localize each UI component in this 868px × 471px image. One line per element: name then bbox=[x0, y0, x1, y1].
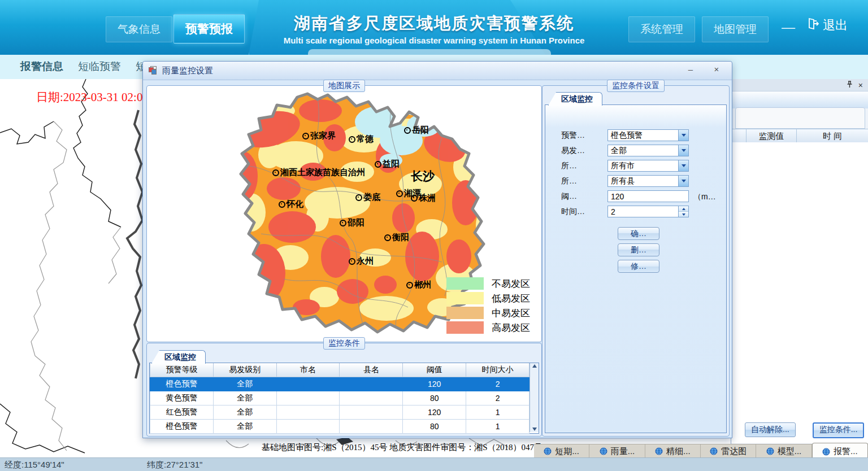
table-cell: 全部 bbox=[213, 391, 276, 405]
monitor-table-wrap: 预警等级易发级别市名县名阈值时间大小橙色预警全部1202黄色预警全部802红色预… bbox=[149, 363, 539, 434]
field-label: 时间… bbox=[561, 207, 585, 217]
spinner-down-icon[interactable] bbox=[679, 212, 688, 217]
legend-swatch bbox=[446, 292, 484, 304]
dropdown-field[interactable]: 橙色预警 bbox=[607, 129, 689, 141]
confirm-button[interactable]: 确… bbox=[618, 227, 659, 240]
settings-form: 预警…橙色预警易发…全部所…所有市所…所有县阈…120（m…时间…2确…删…修… bbox=[545, 104, 727, 433]
form-row: 阈…120（m… bbox=[545, 190, 726, 203]
dialog-minimize-button[interactable]: – bbox=[684, 65, 697, 75]
table-header-row: 预警等级易发级别市名县名阈值时间大小 bbox=[150, 363, 530, 377]
col-monitor-value[interactable]: 监测值 bbox=[747, 129, 797, 143]
taskbar-tab-label: 雨量... bbox=[611, 446, 635, 457]
legend-row: 不易发区 bbox=[446, 276, 530, 291]
table-row[interactable]: 黄色预警全部802 bbox=[150, 391, 530, 405]
taskbar-tab-radar[interactable]: 雷达图 bbox=[701, 444, 756, 458]
field-value: 所有县 bbox=[608, 176, 678, 186]
dock-panel-toolbox bbox=[735, 107, 865, 129]
latitude-readout: 纬度:27°21'31" bbox=[147, 460, 202, 470]
table-row[interactable]: 红色预警全部1201 bbox=[150, 405, 530, 420]
tab-region-monitor[interactable]: 区域监控 bbox=[151, 350, 206, 364]
exit-button[interactable]: 退出 bbox=[807, 17, 848, 34]
field-value: 120 bbox=[608, 192, 688, 201]
taskbar-tab-model[interactable]: 模型... bbox=[756, 444, 811, 458]
app-header: 湖南省多尺度区域地质灾害预警系统 Multi scale regional ge… bbox=[0, 0, 868, 55]
hunan-risk-map[interactable]: 张家界常德岳阳益阳长沙湘西土家族苗族自治州娄底湘潭株洲怀化邵阳衡阳永州郴州 不易… bbox=[148, 87, 539, 339]
delete-button[interactable]: 删… bbox=[618, 243, 659, 256]
dropdown-field[interactable]: 所有县 bbox=[607, 175, 689, 187]
table-scrollbar[interactable] bbox=[530, 363, 539, 432]
subnav-alarm-info[interactable]: 报警信息 bbox=[20, 55, 63, 78]
pin-icon[interactable] bbox=[847, 81, 853, 89]
auto-release-button[interactable]: 自动解除... bbox=[745, 422, 796, 437]
table-cell: 1 bbox=[466, 405, 530, 420]
taskbar-tab-shortterm[interactable]: 短期... bbox=[534, 444, 589, 458]
col-time[interactable]: 时 间 bbox=[797, 129, 868, 143]
nav-map-management[interactable]: 地图管理 bbox=[702, 16, 769, 42]
form-row: 时间…2 bbox=[545, 206, 726, 218]
field-label: 易发… bbox=[561, 146, 585, 156]
spinner-buttons[interactable] bbox=[678, 206, 688, 217]
monitor-settings-group: 监控条件设置 区域监控 预警…橙色预警易发…全部所…所有市所…所有县阈…120（… bbox=[542, 85, 730, 437]
dock-panel-titlebar: × bbox=[731, 79, 868, 91]
table-column-header[interactable]: 市名 bbox=[276, 363, 340, 377]
chevron-down-icon[interactable] bbox=[678, 176, 688, 186]
spinner-field[interactable]: 2 bbox=[607, 206, 689, 217]
monitor-conditions-table[interactable]: 预警等级易发级别市名县名阈值时间大小橙色预警全部1202黄色预警全部802红色预… bbox=[150, 363, 530, 434]
dropdown-field[interactable]: 所有市 bbox=[607, 160, 689, 172]
nav-weather-info[interactable]: 气象信息 bbox=[106, 16, 172, 42]
monitor-conditions-button[interactable]: 监控条件... bbox=[813, 422, 865, 438]
chevron-down-icon[interactable] bbox=[678, 145, 688, 156]
map-display-group: 地图展示 bbox=[146, 85, 542, 342]
settings-group-label: 监控条件设置 bbox=[607, 80, 665, 92]
globe-icon bbox=[655, 447, 663, 455]
subnav-shortterm-warning[interactable]: 短临预警 bbox=[78, 55, 121, 78]
monitor-group-label: 监控条件 bbox=[323, 337, 365, 350]
taskbar-tab-alarm[interactable]: 报警... bbox=[812, 443, 868, 458]
legend-swatch bbox=[446, 277, 484, 290]
dock-close-icon[interactable]: × bbox=[858, 81, 863, 89]
table-column-header[interactable]: 易发级别 bbox=[213, 363, 276, 377]
scroll-down-icon[interactable] bbox=[532, 428, 537, 431]
taskbar-tab-label: 报警... bbox=[834, 446, 858, 457]
nav-system-management[interactable]: 系统管理 bbox=[628, 16, 695, 42]
dropdown-field[interactable]: 全部 bbox=[607, 145, 689, 156]
nav-warning-forecast[interactable]: 预警预报 bbox=[173, 14, 245, 43]
table-cell: 黄色预警 bbox=[150, 391, 214, 405]
modify-button[interactable]: 修… bbox=[618, 260, 659, 273]
table-cell: 全部 bbox=[213, 405, 276, 420]
monitor-conditions-group: 监控条件 区域监控 预警等级易发级别市名县名阈值时间大小橙色预警全部1202黄色… bbox=[146, 343, 542, 437]
dialog-titlebar[interactable]: 雨量监控设置 – × bbox=[143, 62, 732, 80]
table-cell: 全部 bbox=[213, 420, 276, 434]
form-row: 所…所有市 bbox=[545, 160, 726, 172]
legend-row: 中易发区 bbox=[446, 306, 530, 320]
tab-region-monitor-settings[interactable]: 区域监控 bbox=[548, 92, 602, 106]
taskbar-tab-fine[interactable]: 精细... bbox=[645, 444, 701, 458]
table-column-header[interactable]: 时间大小 bbox=[466, 363, 530, 377]
chevron-down-icon[interactable] bbox=[678, 160, 688, 171]
legend-label: 低易发区 bbox=[492, 292, 530, 305]
form-row: 易发…全部 bbox=[545, 145, 726, 157]
status-bar: 经度:115°49'14" 纬度:27°21'31" bbox=[0, 457, 868, 471]
app-minimize-button[interactable]: — bbox=[782, 19, 795, 35]
monitor-table-body[interactable] bbox=[731, 142, 868, 443]
taskbar-tab-rainfall[interactable]: 雨量... bbox=[589, 444, 645, 458]
table-row[interactable]: 橙色预警全部1202 bbox=[150, 377, 530, 391]
text-field[interactable]: 120 bbox=[607, 190, 689, 202]
globe-icon bbox=[766, 447, 774, 455]
rainfall-monitor-dialog: 雨量监控设置 – × 地图展示 bbox=[142, 61, 732, 438]
table-column-header[interactable]: 阈值 bbox=[403, 363, 466, 377]
title-band bbox=[308, 49, 551, 55]
dialog-title: 雨量监控设置 bbox=[162, 66, 213, 76]
table-column-header[interactable]: 县名 bbox=[340, 363, 403, 377]
scroll-up-icon[interactable] bbox=[532, 364, 537, 368]
header-spacer bbox=[731, 129, 747, 143]
table-row[interactable]: 橙色预警全部801 bbox=[150, 420, 530, 434]
field-label: 阈… bbox=[561, 191, 577, 202]
field-suffix: （m… bbox=[693, 192, 716, 202]
table-column-header[interactable]: 预警等级 bbox=[150, 363, 214, 377]
taskbar-tab-label: 精细... bbox=[666, 446, 691, 457]
bottom-taskbar: 短期...雨量...精细...雷达图模型...报警... bbox=[534, 444, 868, 458]
spinner-up-icon[interactable] bbox=[679, 206, 688, 212]
dialog-close-button[interactable]: × bbox=[710, 65, 723, 75]
chevron-down-icon[interactable] bbox=[678, 130, 688, 141]
